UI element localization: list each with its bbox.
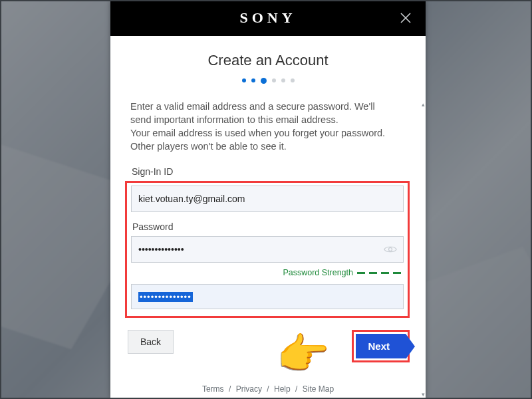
password-label: Password	[132, 221, 404, 232]
strength-bar-icon	[381, 272, 389, 274]
modal-title: Create an Account	[110, 52, 426, 69]
toggle-password-visibility[interactable]	[384, 236, 397, 263]
next-button[interactable]: Next	[356, 334, 406, 358]
confirm-password-selection: ••••••••••••••	[138, 292, 193, 302]
separator: /	[229, 384, 231, 394]
signin-id-input[interactable]	[131, 186, 404, 212]
close-icon	[400, 12, 412, 24]
strength-bar-icon	[393, 272, 401, 274]
scroll-up-icon[interactable]: ▴	[420, 101, 426, 108]
modal-header: SONY	[110, 0, 426, 36]
progress-stepper	[110, 78, 426, 84]
step-dot	[242, 78, 246, 82]
instruction-line: send important information to this email…	[130, 114, 338, 125]
footer-terms-link[interactable]: Terms	[202, 384, 224, 394]
svg-point-2	[389, 248, 392, 251]
step-dot	[281, 78, 285, 82]
footer-help-link[interactable]: Help	[274, 384, 291, 394]
instruction-line: Other players won't be able to see it.	[130, 141, 287, 152]
confirm-password-input[interactable]: ••••••••••••••	[131, 284, 404, 309]
strength-bar-icon	[369, 272, 377, 274]
instruction-line: Enter a valid email address and a secure…	[130, 101, 375, 112]
next-button-highlight: Next	[352, 330, 410, 362]
password-input[interactable]	[131, 236, 404, 263]
credentials-highlight: Password Password Strength	[125, 181, 410, 318]
password-strength: Password Strength	[131, 268, 401, 277]
scrollbar[interactable]: ▴ ▾	[422, 101, 424, 398]
modal-body: ▴ ▾ Enter a valid email address and a se…	[110, 100, 426, 399]
eye-icon	[384, 245, 397, 254]
footer-privacy-link[interactable]: Privacy	[236, 384, 262, 394]
sony-logo: SONY	[239, 9, 296, 27]
instruction-line: Your email address is used when you forg…	[130, 128, 385, 138]
password-strength-label: Password Strength	[283, 268, 353, 277]
instruction-text: Enter a valid email address and a secure…	[130, 100, 406, 153]
signin-id-label: Sign-In ID	[132, 166, 406, 177]
strength-bar-icon	[357, 272, 365, 274]
step-dot	[251, 78, 255, 82]
step-dot	[272, 78, 276, 82]
back-button[interactable]: Back	[128, 330, 174, 354]
close-button[interactable]	[392, 0, 419, 36]
create-account-modal: SONY Create an Account ▴ ▾ Enter a valid…	[110, 0, 426, 399]
separator: /	[267, 384, 269, 394]
footer-links: Terms / Privacy / Help / Site Map	[110, 384, 426, 394]
step-dot-active	[261, 78, 267, 84]
separator: /	[295, 384, 297, 394]
step-dot	[291, 78, 295, 82]
footer-sitemap-link[interactable]: Site Map	[303, 384, 334, 394]
